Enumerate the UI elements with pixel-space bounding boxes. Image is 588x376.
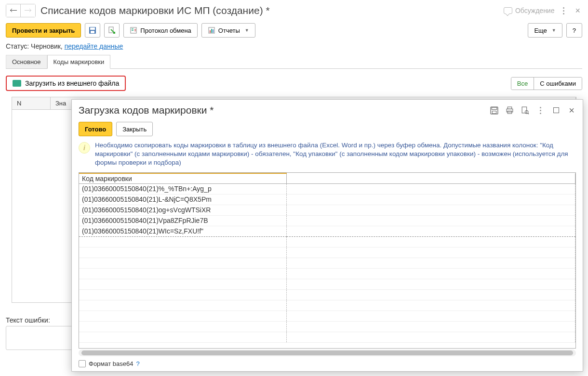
tabs: Основное Коды маркировки [6, 55, 582, 69]
table-row[interactable] [79, 247, 575, 258]
dialog-footer: Формат base64 ? [72, 356, 583, 371]
table-row[interactable] [79, 268, 575, 279]
filter-errors-button[interactable]: С ошибками [534, 78, 582, 90]
dialog-table[interactable]: Код маркировки (01)03660005150840(21)%_%… [79, 172, 576, 349]
column-n[interactable]: N [12, 97, 51, 109]
horizontal-scrollbar[interactable] [79, 350, 576, 356]
dialog-close-icon[interactable]: × [567, 106, 576, 115]
nav-arrows: 🡐 🡒 [6, 4, 36, 17]
more-label: Еще [534, 27, 547, 34]
chat-icon [504, 7, 512, 14]
close-button[interactable]: Закрыть [116, 122, 153, 136]
column-marking-code[interactable]: Код маркировки [79, 173, 286, 184]
cell-empty[interactable] [286, 226, 575, 236]
dialog-maximize-icon[interactable] [552, 106, 561, 115]
dialog-menu-icon[interactable] [536, 107, 545, 114]
tab-main[interactable]: Основное [6, 55, 47, 68]
save-icon [89, 26, 96, 34]
protocol-button[interactable]: Протокол обмена [123, 23, 198, 38]
cell-code[interactable]: (01)03660005150840(21)WIc=Sz,FXU!f" [79, 226, 286, 236]
dialog-preview-icon[interactable] [521, 106, 529, 115]
page-title: Списание кодов маркировки ИС МП (создани… [40, 5, 499, 16]
table-row[interactable] [79, 332, 575, 342]
discuss-link[interactable]: Обсуждение [504, 7, 555, 14]
chevron-down-icon: ▼ [552, 28, 556, 33]
dialog-toolbar: Готово Закрыть [72, 121, 583, 141]
table-row[interactable]: (01)03660005150840(21)og+sVcgWTSiXR [79, 205, 575, 215]
table-row[interactable] [79, 321, 575, 332]
dialog-save-icon[interactable] [490, 106, 498, 115]
cell-code[interactable]: (01)03660005150840(21)og+sVcgWTSiXR [79, 205, 286, 215]
info-icon: i [79, 142, 90, 154]
svg-rect-2 [91, 31, 94, 33]
info-panel: i Необходимо скопировать коды маркировки… [72, 141, 583, 172]
base64-label: Формат base64 [89, 360, 133, 367]
save-button[interactable] [85, 23, 100, 38]
cell-empty[interactable] [286, 215, 575, 226]
dialog-print-icon[interactable] [505, 106, 514, 115]
upload-from-file-button[interactable]: Загрузить из внешнего файла [6, 76, 126, 91]
cell-empty[interactable] [286, 205, 575, 215]
done-button[interactable]: Готово [79, 122, 112, 136]
upload-dialog: Загрузка кодов маркировки * × Готово Зак… [71, 99, 583, 372]
post-and-close-button[interactable]: Провести и закрыть [6, 23, 81, 38]
svg-rect-6 [210, 30, 211, 33]
reports-button[interactable]: Отчеты ▼ [201, 23, 255, 38]
upload-label: Загрузить из внешнего файла [25, 79, 119, 87]
table-row[interactable] [79, 289, 575, 300]
base64-checkbox[interactable] [79, 360, 86, 367]
nav-back-button[interactable]: 🡐 [6, 4, 21, 17]
chevron-down-icon: ▼ [245, 28, 249, 33]
header: 🡐 🡒 Списание кодов маркировки ИС МП (соз… [0, 0, 588, 21]
protocol-label: Протокол обмена [140, 27, 191, 34]
svg-rect-12 [508, 107, 512, 109]
cell-empty[interactable] [286, 183, 575, 194]
column-empty[interactable] [286, 173, 575, 184]
file-icon [13, 80, 21, 87]
reports-label: Отчеты [218, 27, 240, 34]
base64-help-icon[interactable]: ? [136, 360, 139, 367]
svg-rect-10 [492, 107, 497, 109]
filter-all-button[interactable]: Все [511, 78, 534, 90]
table-row[interactable]: (01)03660005150840(21)WIc=Sz,FXU!f" [79, 226, 575, 236]
svg-rect-7 [211, 29, 212, 33]
svg-rect-8 [213, 29, 214, 33]
help-button[interactable]: ? [566, 23, 582, 38]
tab-codes[interactable]: Коды маркировки [47, 55, 111, 69]
more-button[interactable]: Еще ▼ [528, 23, 562, 38]
status-label: Статус: [6, 42, 29, 50]
svg-rect-1 [90, 27, 95, 30]
menu-dots-icon[interactable] [559, 7, 568, 14]
post-button[interactable] [104, 23, 120, 38]
filter-group: Все С ошибками [511, 77, 582, 90]
svg-rect-15 [522, 107, 527, 113]
close-icon[interactable]: × [573, 6, 582, 16]
table-row[interactable] [79, 236, 575, 247]
table-row[interactable] [79, 258, 575, 268]
table-row[interactable]: (01)03660005150840(21)Vpa8ZFpRJie7B [79, 215, 575, 226]
status-value: Черновик, [31, 42, 63, 50]
cell-code[interactable]: (01)03660005150840(21)L-&NjC=Q8X5Pm [79, 194, 286, 205]
cell-code[interactable]: (01)03660005150840(21)Vpa8ZFpRJie7B [79, 215, 286, 226]
svg-rect-11 [492, 111, 496, 113]
table-row[interactable] [79, 311, 575, 321]
dialog-title: Загрузка кодов маркировки * [79, 104, 490, 116]
discuss-label: Обсуждение [515, 7, 555, 14]
nav-forward-button[interactable]: 🡒 [21, 4, 35, 17]
cell-empty[interactable] [286, 194, 575, 205]
info-text: Необходимо скопировать коды маркировки в… [95, 141, 576, 168]
status-row: Статус: Черновик, передайте данные [0, 42, 588, 55]
cell-code[interactable]: (01)03660005150840(21)%_%TBn+:Ayg_p [79, 183, 286, 194]
table-row[interactable] [79, 300, 575, 311]
table-row[interactable]: (01)03660005150840(21)%_%TBn+:Ayg_p [79, 183, 575, 194]
table-row[interactable]: (01)03660005150840(21)L-&NjC=Q8X5Pm [79, 194, 575, 205]
toolbar: Провести и закрыть Протокол обмена Отчет… [0, 21, 588, 42]
protocol-icon [130, 26, 137, 34]
post-icon [108, 26, 116, 34]
table-row[interactable] [79, 279, 575, 289]
dialog-header: Загрузка кодов маркировки * × [72, 100, 583, 121]
reports-icon [208, 26, 215, 34]
status-link[interactable]: передайте данные [65, 42, 123, 50]
